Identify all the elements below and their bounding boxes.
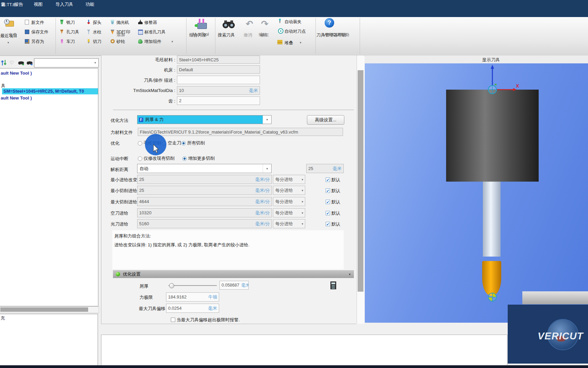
force-limit-label: 力极限 <box>140 294 153 301</box>
feed-value-field[interactable]: 5160毫米/分 <box>137 219 272 228</box>
field-label-teeth: 齿 : <box>104 98 175 104</box>
opt-method-dropdown[interactable]: F 屑厚 & 力 ▾ <box>137 115 272 124</box>
search-tools-button[interactable]: 搜索刀具 <box>218 32 235 38</box>
feed-default-checkbox[interactable]: ✔默认 <box>326 221 340 227</box>
dresser-button[interactable]: 修整器 <box>144 20 157 26</box>
standard-hole-tool-button[interactable]: 标准孔刀具 <box>144 29 166 35</box>
standard-hole-tool-icon <box>138 30 143 35</box>
tree-filter-chevron-icon[interactable]: ▾ <box>94 61 96 64</box>
opt-method-chevron-icon[interactable]: ▾ <box>266 118 268 121</box>
opt-settings-collapse-icon[interactable]: ▾ <box>349 273 354 276</box>
stack-chevron-icon[interactable]: ▾ <box>300 41 301 44</box>
tree-item-1[interactable]: ault New Tool ) <box>1 71 97 76</box>
tree-item-4[interactable]: ault New Tool ) <box>1 95 97 101</box>
feed-default-checkbox[interactable]: ✔默认 <box>326 210 340 216</box>
form-vscrollbar[interactable] <box>357 56 364 324</box>
recent-projects-icon <box>4 19 14 27</box>
tmstockmattooldia-field[interactable]: 10毫米 <box>177 86 260 95</box>
status-green-sphere-icon <box>116 272 120 276</box>
auto-touch-point-icon <box>278 28 283 34</box>
resolution-dropdown[interactable]: 自动 ▾ <box>137 164 272 173</box>
feed-value-field[interactable]: 10320毫米/分 <box>137 208 272 217</box>
menu-import-tools[interactable]: 导入刀具 <box>55 1 73 7</box>
form-vscrollbar-thumb[interactable] <box>358 70 363 292</box>
new-file-button[interactable]: 新文件 <box>31 20 44 26</box>
feed-mode-dropdown[interactable]: 每分进给▾ <box>273 175 305 184</box>
cutter-button[interactable]: 切刀 <box>93 39 101 45</box>
chip-thickness-field[interactable]: 0.058687毫米 <box>219 281 249 290</box>
auto-touch-point-button[interactable]: 自动对刀点 <box>284 29 306 34</box>
feed-row: 最小进给改变 25毫米/分 每分进给▾ ✔默认 <box>0 175 356 184</box>
grinding-wheel-icon <box>111 39 115 43</box>
add-component-button[interactable]: 增加组件 <box>144 39 161 45</box>
feed-default-checkbox[interactable]: ✔默认 <box>326 188 340 194</box>
hole-tool-button[interactable]: 孔刀具 <box>66 29 79 35</box>
search-add-icon[interactable] <box>18 60 24 65</box>
menu-measure[interactable]: 量 <box>1 1 5 7</box>
probe-button[interactable]: 探头 <box>93 20 101 26</box>
tree-hscrollbar-thumb[interactable] <box>0 307 88 312</box>
force-file-field[interactable]: Files\CGTech\VERICUT 9.1.2\force_materia… <box>138 128 343 136</box>
chip-thickness-slider-thumb[interactable] <box>169 283 174 288</box>
undo-icon: ↶ <box>246 19 253 29</box>
radio-add-more-cuts[interactable]: 增加更多切削 <box>182 155 215 162</box>
new-file-icon <box>25 20 29 25</box>
opt-settings-header[interactable]: 优化设置 ▾ <box>113 270 354 278</box>
deflection-warn-checkbox[interactable]: ✔当最大刀具偏移超出极限时报警. <box>171 317 240 323</box>
description-field[interactable] <box>177 76 260 84</box>
radio-modify-existing[interactable]: 仅修改现有切削 <box>138 155 175 162</box>
recent-projects-chevron-icon[interactable]: ▾ <box>7 41 9 44</box>
radio-all-cuts[interactable]: 所有切削 <box>181 140 205 146</box>
max-deflection-field[interactable]: 0.0254毫米 <box>166 304 219 313</box>
waterjet-button[interactable]: 水柱 <box>93 29 101 35</box>
field-label-stock-material: 毛坯材料 : <box>104 57 175 63</box>
group-label-edit: 编辑 <box>254 32 272 38</box>
feed-default-checkbox[interactable]: ✔默认 <box>326 199 340 205</box>
save-file-button[interactable]: 保存文件 <box>31 29 48 35</box>
grinding-wheel-button[interactable]: 砂轮 <box>116 39 125 45</box>
save-as-button[interactable]: 另存为 <box>31 39 44 45</box>
tree-hscrollbar[interactable] <box>0 306 99 313</box>
feed-mode-dropdown[interactable]: 每分进给▾ <box>273 219 305 228</box>
axis-gizmo-icon <box>477 63 525 101</box>
force-limit-field[interactable]: 184.9162牛顿 <box>166 292 219 302</box>
feed-default-checkbox[interactable]: ✔默认 <box>326 177 340 183</box>
feed-mode-dropdown[interactable]: 每分进给▾ <box>273 186 305 195</box>
stock-material-field[interactable]: Steel+1045+HRC25 <box>177 56 260 64</box>
auto-clamp-button[interactable]: 自动装夹 <box>284 19 301 25</box>
tool-3d-viewport[interactable]: X <box>365 63 588 323</box>
menu-report[interactable]: 报告 <box>14 1 23 7</box>
feed-value-field[interactable]: 4644毫米/分 <box>137 197 272 206</box>
feed-mode-dropdown[interactable]: 每分进给▾ <box>273 197 305 206</box>
tree-item-3-selected[interactable]: SM=Steel+1045+HRC25, M=Default, T0 <box>3 89 98 94</box>
add-component-chevron-icon[interactable]: ▾ <box>172 40 173 43</box>
calculator-icon[interactable] <box>330 281 336 289</box>
sidebar-bottom-panel: 充 <box>0 314 98 366</box>
feed-value-field[interactable]: 25毫米/分 <box>137 186 272 195</box>
favorite-heart-icon[interactable]: ♡ <box>10 60 14 65</box>
undo-button[interactable]: 撤消 <box>244 32 252 38</box>
tree-filter-combobox[interactable]: ▾ <box>34 58 99 67</box>
menu-function[interactable]: 功能 <box>85 1 94 7</box>
feed-mode-dropdown[interactable]: 每分进给▾ <box>273 208 305 217</box>
resolution-aux-field[interactable]: 25毫米 <box>306 164 344 173</box>
sort-icon[interactable] <box>1 59 7 66</box>
advanced-settings-button[interactable]: 高级设置... <box>307 115 344 125</box>
machine-field[interactable]: Default <box>177 65 260 74</box>
feed-row: 最小切削进给 25毫米/分 每分进给▾ ✔默认 <box>0 186 356 195</box>
field-label-description: 刀具/操作 描述 : <box>104 77 175 83</box>
stack-button[interactable]: 堆叠 <box>284 40 293 46</box>
fixture-platform <box>522 291 588 304</box>
search-filter-icon[interactable] <box>27 60 33 65</box>
feed-value-field[interactable]: 25毫米/分 <box>137 175 272 184</box>
bottom-message-panel <box>101 335 507 366</box>
teeth-field[interactable]: 2 <box>177 96 260 105</box>
mill-tool-button[interactable]: 铣刀 <box>66 20 75 26</box>
menu-view[interactable]: 视图 <box>34 1 43 7</box>
polisher-button[interactable]: 抛光机 <box>116 20 129 26</box>
redo-icon: ↷ <box>261 19 268 29</box>
feed-label: 空刀进给 <box>111 210 128 216</box>
chip-thickness-slider-track[interactable] <box>168 285 217 286</box>
resolution-chevron-icon[interactable]: ▾ <box>266 167 268 170</box>
turn-tool-button[interactable]: 车刀 <box>66 39 75 45</box>
